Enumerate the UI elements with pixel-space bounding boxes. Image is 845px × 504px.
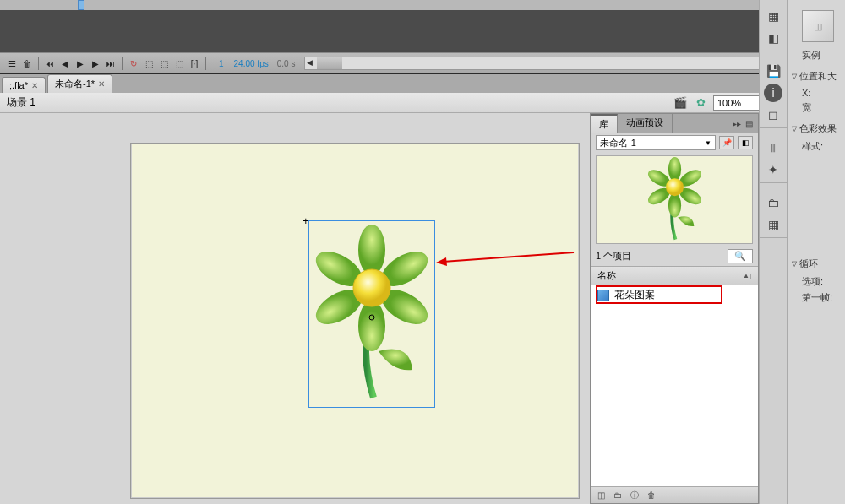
- section-color-effect[interactable]: ▽色彩效果: [792, 122, 842, 135]
- x-label: X:: [792, 88, 842, 98]
- search-icon: 🔍: [734, 251, 746, 262]
- doc-name: 未命名-1: [600, 137, 636, 149]
- tab-label: 动画预设: [626, 117, 663, 127]
- delete-icon[interactable]: 🗑: [645, 490, 658, 501]
- fps-display[interactable]: 24.00 fps: [234, 59, 269, 68]
- item-count: 1 个项目: [596, 250, 631, 263]
- timeline-status-bar: ☰ 🗑 ⏮ ◀ ▶ ▶ ⏭ ↻ ⬚ ⬚ ⬚ [·] 1 24.00 fps 0.…: [0, 52, 788, 73]
- scene-bar: 场景 1 🎬 ✿ 100% ▼: [0, 93, 788, 113]
- new-symbol-icon[interactable]: ◫: [594, 490, 608, 501]
- canvas-area[interactable]: +: [0, 113, 590, 504]
- docked-panels-rail: ▦ ◧ 💾 i ◻ ⫴ ✦ 🗀 ▦: [759, 0, 788, 504]
- col-name: 名称: [597, 269, 616, 282]
- save-icon[interactable]: 💾: [764, 62, 782, 80]
- project-panel-icon[interactable]: 🗀: [764, 193, 782, 212]
- svg-line-8: [443, 252, 574, 262]
- flower-instance[interactable]: [313, 225, 431, 404]
- first-frame-label: 第一帧:: [792, 291, 842, 304]
- sort-icon[interactable]: ▲|: [743, 272, 751, 279]
- timeline-menu-icon[interactable]: ☰: [5, 57, 19, 70]
- tab-label: 未命名-1*: [55, 78, 95, 90]
- svg-marker-9: [436, 257, 447, 266]
- frame-number: 1: [219, 59, 224, 68]
- section-position-size[interactable]: ▽位置和大: [792, 70, 842, 83]
- chevron-down-icon: ▽: [792, 260, 797, 268]
- svg-point-16: [666, 178, 684, 196]
- instance-icon: ◫: [802, 10, 834, 42]
- properties-panel: ◫ 实例 ▽位置和大 X: 宽 ▽色彩效果 样式: ▽循环 选项: 第一帧:: [788, 0, 845, 504]
- edit-multi-icon[interactable]: ⬚: [172, 57, 186, 70]
- svg-point-10: [668, 157, 680, 182]
- library-list: 花朵图案: [591, 285, 758, 486]
- width-label: 宽: [792, 101, 842, 114]
- tab-motion-presets[interactable]: 动画预设: [618, 114, 673, 133]
- swatches-panel-icon[interactable]: ◧: [764, 29, 782, 47]
- scene-label: 场景 1: [7, 95, 35, 110]
- section-loop[interactable]: ▽循环: [792, 257, 842, 270]
- svg-point-0: [358, 225, 385, 275]
- annotation-arrow: [434, 250, 578, 267]
- onion-skin-icon[interactable]: ⬚: [142, 57, 155, 70]
- library-preview: [596, 155, 753, 244]
- options-label: 选项:: [792, 275, 842, 288]
- item-label: 花朵图案: [614, 288, 655, 302]
- marker-icon[interactable]: [·]: [188, 57, 201, 70]
- scrollbar-thumb[interactable]: [317, 57, 342, 69]
- pin-library-icon[interactable]: 📌: [719, 136, 734, 149]
- library-doc-select[interactable]: 未命名-1 ▼: [596, 135, 716, 150]
- properties-icon[interactable]: ⓘ: [628, 490, 641, 501]
- panel-menu-icon[interactable]: ▸▸ ▤: [728, 114, 758, 133]
- chevron-down-icon: ▼: [705, 139, 711, 147]
- svg-point-13: [668, 192, 680, 217]
- tab-label: 库: [599, 119, 608, 129]
- edit-scene-icon[interactable]: 🎬: [673, 95, 688, 111]
- play-icon[interactable]: ▶: [74, 57, 87, 70]
- library-search[interactable]: 🔍: [728, 249, 753, 263]
- onion-outline-icon[interactable]: ⬚: [157, 57, 171, 70]
- svg-point-3: [358, 301, 385, 351]
- library-panel: 库 动画预设 ▸▸ ▤ 未命名-1 ▼ 📌 ◧: [590, 113, 759, 504]
- new-folder-icon[interactable]: 🗀: [611, 490, 624, 501]
- trash-icon[interactable]: 🗑: [20, 57, 34, 70]
- close-icon[interactable]: ✕: [98, 79, 105, 89]
- doc-tab-1[interactable]: ;.fla* ✕: [2, 77, 46, 93]
- components-panel-icon[interactable]: ▦: [764, 215, 782, 234]
- library-item[interactable]: 花朵图案: [591, 285, 758, 305]
- timeline-ruler[interactable]: [0, 0, 788, 10]
- doc-tab-2[interactable]: 未命名-1* ✕: [47, 74, 112, 93]
- edit-symbol-icon[interactable]: ✿: [693, 95, 708, 111]
- goto-first-icon[interactable]: ⏮: [43, 57, 57, 70]
- library-footer: ◫ 🗀 ⓘ 🗑: [591, 486, 758, 503]
- step-fwd-icon[interactable]: ▶: [89, 57, 102, 70]
- zoom-value: 100%: [717, 98, 741, 108]
- new-library-icon[interactable]: ◧: [738, 136, 753, 149]
- transform-panel-icon[interactable]: ◻: [764, 106, 782, 124]
- color-panel-icon[interactable]: ✦: [764, 160, 782, 179]
- time-display: 0.0 s: [277, 59, 296, 68]
- tab-label: ;.fla*: [9, 80, 28, 90]
- timeline-scrollbar[interactable]: ◀ ▶: [304, 57, 782, 70]
- timeline-area: ☰ 🗑 ⏮ ◀ ▶ ▶ ⏭ ↻ ⬚ ⬚ ⬚ [·] 1 24.00 fps 0.…: [0, 0, 788, 74]
- style-label: 样式:: [792, 140, 842, 153]
- goto-last-icon[interactable]: ⏭: [104, 57, 117, 70]
- chevron-down-icon: ▽: [792, 125, 797, 133]
- instance-label: 实例: [792, 49, 842, 62]
- document-tabs: ;.fla* ✕ 未命名-1* ✕: [0, 74, 788, 93]
- loop-icon[interactable]: ↻: [127, 57, 140, 70]
- close-icon[interactable]: ✕: [31, 81, 38, 90]
- svg-point-6: [353, 269, 390, 306]
- panel-tabs: 库 动画预设 ▸▸ ▤: [591, 114, 758, 133]
- step-back-icon[interactable]: ◀: [58, 57, 72, 70]
- timeline-playhead[interactable]: [78, 0, 84, 10]
- align-panel-icon[interactable]: ▦: [764, 7, 782, 25]
- library-column-header[interactable]: 名称 ▲|: [591, 266, 758, 285]
- chart-icon[interactable]: ⫴: [764, 138, 782, 157]
- chevron-down-icon: ▽: [792, 73, 797, 80]
- tab-library[interactable]: 库: [591, 114, 618, 133]
- info-panel-icon[interactable]: i: [764, 84, 782, 102]
- graphic-symbol-icon: [597, 290, 609, 301]
- selection-bounding-box[interactable]: [308, 220, 435, 408]
